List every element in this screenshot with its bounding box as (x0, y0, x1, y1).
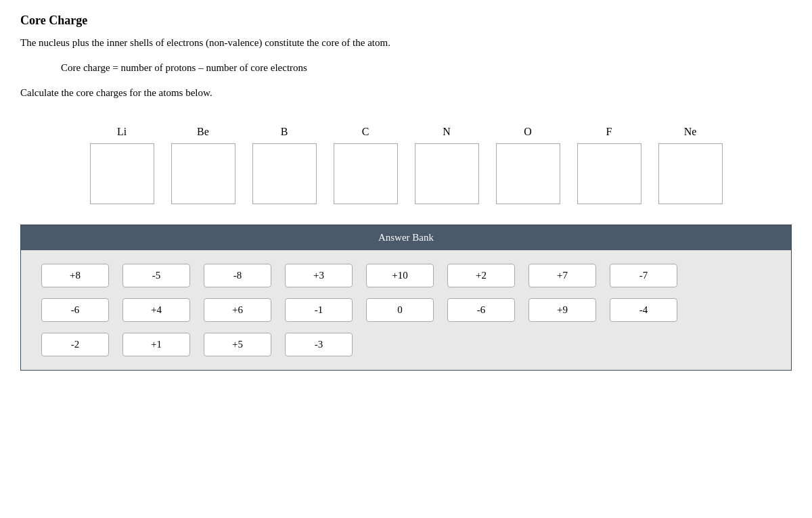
element-drop-box[interactable] (577, 143, 641, 204)
element-symbol: C (362, 126, 369, 138)
answer-chip[interactable]: 0 (366, 298, 434, 322)
element-drop-box[interactable] (496, 143, 560, 204)
element-col: B (244, 126, 325, 204)
answer-bank-header: Answer Bank (21, 225, 791, 250)
element-symbol: Li (117, 126, 127, 138)
element-drop-box[interactable] (90, 143, 154, 204)
element-drop-box[interactable] (334, 143, 398, 204)
formula: Core charge = number of protons – number… (61, 62, 792, 74)
element-col: Be (162, 126, 244, 204)
element-symbol: Ne (684, 126, 697, 138)
answer-row: +8-5-8+3+10+2+7-7 (41, 264, 771, 287)
element-col: F (568, 126, 650, 204)
instruction: Calculate the core charges for the atoms… (20, 87, 792, 99)
answer-chip[interactable]: +8 (41, 264, 109, 287)
answer-chip[interactable]: +9 (528, 298, 596, 322)
answer-chip[interactable]: +10 (366, 264, 434, 287)
answer-chip[interactable]: +2 (447, 264, 515, 287)
element-symbol: F (606, 126, 612, 138)
answer-chip[interactable]: -7 (610, 264, 677, 287)
answer-chip[interactable]: -4 (610, 298, 677, 322)
element-col: O (487, 126, 568, 204)
element-symbol: O (524, 126, 532, 138)
answer-row: -6+4+6-10-6+9-4 (41, 298, 771, 322)
element-col: Li (81, 126, 162, 204)
answer-chip[interactable]: +4 (122, 298, 190, 322)
answer-chip[interactable]: +6 (204, 298, 271, 322)
element-col: C (325, 126, 406, 204)
description: The nucleus plus the inner shells of ele… (20, 37, 792, 49)
answer-chip[interactable]: -6 (447, 298, 515, 322)
element-symbol: B (281, 126, 288, 138)
answer-chip[interactable]: -3 (285, 333, 353, 356)
answer-chip[interactable]: +5 (204, 333, 271, 356)
element-col: N (406, 126, 487, 204)
answer-chip[interactable]: -2 (41, 333, 109, 356)
answer-chip[interactable]: +3 (285, 264, 353, 287)
elements-section: LiBeBCNOFNe (20, 126, 792, 204)
page-title: Core Charge (20, 14, 792, 28)
element-symbol: Be (197, 126, 209, 138)
answer-chip[interactable]: -1 (285, 298, 353, 322)
answer-chip[interactable]: +7 (528, 264, 596, 287)
element-drop-box[interactable] (171, 143, 235, 204)
element-drop-box[interactable] (658, 143, 723, 204)
answer-chip[interactable]: +1 (122, 333, 190, 356)
element-col: Ne (650, 126, 731, 204)
element-drop-box[interactable] (415, 143, 479, 204)
element-drop-box[interactable] (252, 143, 317, 204)
answer-bank-section: Answer Bank +8-5-8+3+10+2+7-7-6+4+6-10-6… (20, 225, 792, 371)
answer-chip[interactable]: -8 (204, 264, 271, 287)
answer-row: -2+1+5-3 (41, 333, 771, 356)
answer-chip[interactable]: -6 (41, 298, 109, 322)
answer-chip[interactable]: -5 (122, 264, 190, 287)
answer-bank-body: +8-5-8+3+10+2+7-7-6+4+6-10-6+9-4-2+1+5-3 (21, 250, 791, 370)
element-symbol: N (443, 126, 451, 138)
